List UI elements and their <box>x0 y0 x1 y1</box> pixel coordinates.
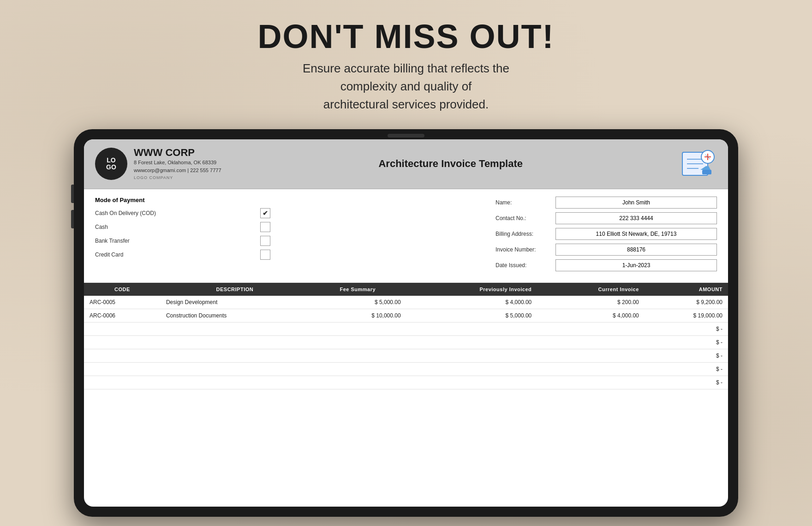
spacer <box>284 197 482 275</box>
invoice-header: LO GO WWW CORP 8 Forest Lake, Oklahoma, … <box>84 139 728 189</box>
cell-amount-empty: $ - <box>645 322 728 335</box>
checkbox-cod[interactable]: ✔ <box>260 208 270 218</box>
cell-current: $ 200.00 <box>537 296 645 309</box>
checkbox-bank[interactable] <box>260 236 270 246</box>
address-value[interactable]: 110 Elliott St Newark, DE, 19713 <box>555 228 717 240</box>
cell-prev-empty <box>406 322 537 335</box>
col-fee: Fee Summary <box>309 283 406 296</box>
invoice-container: LO GO WWW CORP 8 Forest Lake, Oklahoma, … <box>84 139 728 507</box>
payment-column: Mode of Payment Cash On Delivery (COD) ✔… <box>95 197 270 275</box>
architecture-icon <box>680 148 717 180</box>
payment-row-bank: Bank Transfer <box>95 236 270 246</box>
tablet-frame: LO GO WWW CORP 8 Forest Lake, Oklahoma, … <box>74 129 738 517</box>
payment-label-bank: Bank Transfer <box>95 238 260 244</box>
tablet-screen: LO GO WWW CORP 8 Forest Lake, Oklahoma, … <box>84 139 728 507</box>
payment-title: Mode of Payment <box>95 197 270 203</box>
cell-prev: $ 5,000.00 <box>406 309 537 322</box>
logo-label: LOGO COMPANY <box>134 175 221 181</box>
cell-fee: $ 5,000.00 <box>309 296 406 309</box>
date-value[interactable]: 1-Jun-2023 <box>555 259 717 271</box>
cell-desc: Construction Documents <box>161 309 309 322</box>
billing-contact-row: Contact No.: 222 333 4444 <box>496 212 717 224</box>
name-label: Name: <box>496 199 555 206</box>
side-button <box>71 185 74 203</box>
checkbox-cash[interactable] <box>260 222 270 232</box>
payment-row-cod: Cash On Delivery (COD) ✔ <box>95 208 270 218</box>
form-section: Mode of Payment Cash On Delivery (COD) ✔… <box>84 189 728 283</box>
cell-amount: $ 19,000.00 <box>645 309 728 322</box>
cell-fee: $ 10,000.00 <box>309 309 406 322</box>
invoice-value[interactable]: 888176 <box>555 244 717 256</box>
cell-desc: Design Development <box>161 296 309 309</box>
table-row-empty: $ - <box>84 362 728 376</box>
payment-row-cash: Cash <box>95 222 270 232</box>
col-prev: Previously Invoiced <box>406 283 537 296</box>
payment-row-credit: Credit Card <box>95 250 270 260</box>
header-section: DON'T MISS OUT! Ensure accurate billing … <box>0 18 812 114</box>
table-header-row: CODE DESCRIPTION Fee Summary Previously … <box>84 283 728 296</box>
address-label: Billing Address: <box>496 231 555 237</box>
col-current: Current Invoice <box>537 283 645 296</box>
table-row: ARC-0006 Construction Documents $ 10,000… <box>84 309 728 322</box>
table-row-empty: $ - <box>84 335 728 349</box>
payment-label-credit: Credit Card <box>95 251 260 258</box>
col-amount: AMOUNT <box>645 283 728 296</box>
checkbox-credit[interactable] <box>260 250 270 260</box>
billing-invoice-row: Invoice Number: 888176 <box>496 244 717 256</box>
svg-rect-8 <box>702 170 711 174</box>
side-button-2 <box>71 210 74 228</box>
invoice-title: Architecture Invoice Template <box>378 158 523 170</box>
cell-code: ARC-0006 <box>84 309 161 322</box>
table-row-empty: $ - <box>84 322 728 335</box>
contact-label: Contact No.: <box>496 215 555 221</box>
col-description: DESCRIPTION <box>161 283 309 296</box>
billing-date-row: Date Issued: 1-Jun-2023 <box>496 259 717 271</box>
main-headline: DON'T MISS OUT! <box>0 18 812 55</box>
cell-code: ARC-0005 <box>84 296 161 309</box>
invoice-label: Invoice Number: <box>496 246 555 253</box>
billing-address-row: Billing Address: 110 Elliott St Newark, … <box>496 228 717 240</box>
billing-column: Name: John Smith Contact No.: 222 333 44… <box>496 197 717 275</box>
cell-fee-empty <box>309 322 406 335</box>
tablet-camera <box>388 134 424 137</box>
table-row-empty: $ - <box>84 376 728 389</box>
cell-code-empty <box>84 322 161 335</box>
cell-prev: $ 4,000.00 <box>406 296 537 309</box>
col-code: CODE <box>84 283 161 296</box>
cell-amount: $ 9,200.00 <box>645 296 728 309</box>
company-name: WWW CORP <box>134 147 221 159</box>
company-logo: LO GO <box>95 148 127 180</box>
company-left: LO GO WWW CORP 8 Forest Lake, Oklahoma, … <box>95 147 221 181</box>
invoice-table: CODE DESCRIPTION Fee Summary Previously … <box>84 283 728 389</box>
billing-name-row: Name: John Smith <box>496 197 717 209</box>
cell-current-empty <box>537 322 645 335</box>
date-label: Date Issued: <box>496 262 555 269</box>
table-row-empty: $ - <box>84 349 728 362</box>
company-info: WWW CORP 8 Forest Lake, Oklahoma, OK 683… <box>134 147 221 181</box>
company-address: 8 Forest Lake, Oklahoma, OK 68339 <box>134 159 221 167</box>
main-subtitle: Ensure accurate billing that reflects th… <box>0 60 812 114</box>
payment-label-cash: Cash <box>95 224 260 230</box>
payment-label-cod: Cash On Delivery (COD) <box>95 210 260 216</box>
company-contact: wwwcorp@gmami.com | 222 555 7777 <box>134 167 221 174</box>
table-row: ARC-0005 Design Development $ 5,000.00 $… <box>84 296 728 309</box>
name-value[interactable]: John Smith <box>555 197 717 209</box>
cell-desc-empty <box>161 322 309 335</box>
cell-current: $ 4,000.00 <box>537 309 645 322</box>
contact-value[interactable]: 222 333 4444 <box>555 212 717 224</box>
